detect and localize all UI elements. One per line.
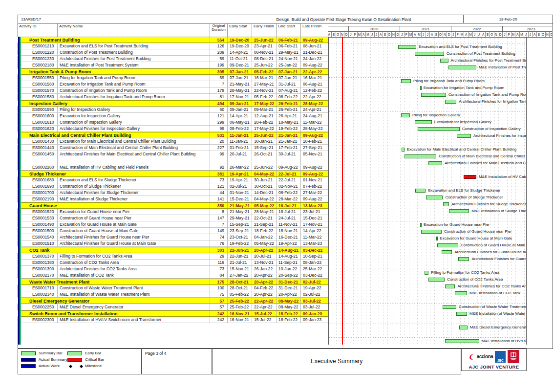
contract-number: 13/WSD/17 <box>18 15 224 23</box>
table-cell: 99 <box>210 151 228 164</box>
activity-row: ES0001560Excavation for Irrigation Tank … <box>18 81 328 87</box>
month-gridline <box>379 37 379 345</box>
table-cell: 28-Feb-22 <box>252 119 277 125</box>
table-cell: 17-May-22 <box>252 101 277 106</box>
table-cell: 59 <box>210 56 228 62</box>
table-cell: 09-Aug-22 <box>301 171 328 176</box>
activity-row: ES0001550Piling for Irrigation Tank and … <box>18 75 328 81</box>
activity-row: ES0001380Construction of CO2 Tanks Area1… <box>18 260 328 266</box>
activity-row: ES0001530Construction of Guard House nea… <box>18 215 328 221</box>
table-cell: 09-Aug-22 <box>301 132 328 138</box>
table-cell: 25-Jan-22 <box>277 62 301 68</box>
month-gridline <box>507 37 508 345</box>
summary-row: Post Treatment Building55419-Dec-2025-Ju… <box>18 37 328 43</box>
table-cell: 84 <box>210 272 228 278</box>
table-cell: 24-Nov-21 <box>277 56 301 62</box>
table-cell: M&E Installation of Waste Water Treatmen… <box>58 291 210 297</box>
table-cell: 24-Aug-21 <box>301 113 328 119</box>
table-cell: ES0001370 <box>18 253 58 259</box>
table-cell: 10-Jan-22 <box>277 266 301 272</box>
table-cell: 21-May-21 <box>228 209 252 215</box>
table-cell: ES0002340 <box>18 291 58 297</box>
gantt-bar <box>448 65 476 69</box>
gantt-bar-label: Construction of Main Electrical and Cent… <box>439 154 527 159</box>
table-cell: 08-Feb-22 <box>277 94 301 100</box>
table-cell: 141 <box>210 196 228 202</box>
table-cell: 09-Aug-22 <box>301 164 328 170</box>
table-cell: Irrigation Tank & Pump Room <box>18 69 210 74</box>
gantt-bar <box>456 312 467 316</box>
table-cell: 31-Dec-21 <box>277 279 301 284</box>
table-cell: 20-Apr-22 <box>252 291 277 297</box>
gantt-bar-label: Excavation for Main Electrical and Centr… <box>407 147 517 152</box>
table-cell: 15-Sep-21 <box>228 221 252 227</box>
gantt-bar <box>445 100 456 104</box>
gantt-bar-label: Excavation and ELS for Post Treatment Bu… <box>419 44 502 49</box>
table-cell: 04-May-22 <box>252 171 277 176</box>
table-cell: ES0001570 <box>18 87 58 93</box>
table-cell: Piling for Inspection Gallery <box>58 107 210 112</box>
table-cell: 11-Mar-22 <box>301 234 328 240</box>
page-number: Page 3 of 4 <box>142 348 212 356</box>
table-cell: 30-Jun-21 <box>252 177 277 183</box>
gantt-bar <box>459 326 468 329</box>
table-cell: 04-Jan-22 <box>252 234 277 240</box>
table-cell: 26-Apr-21 <box>277 113 301 119</box>
table-cell: 08-Feb-22 <box>228 126 252 131</box>
table-cell: Construction of CO2 Tanks Area <box>58 260 210 265</box>
section-separator-line <box>329 77 527 78</box>
table-cell: 19-Feb-22 <box>277 126 301 131</box>
table-cell: 02-Jul-22 <box>301 279 328 284</box>
gantt-bar <box>445 339 479 343</box>
table-cell: 08-May-22 <box>277 304 301 310</box>
table-cell: Architectural Finishes for Sludge Thicke… <box>58 190 210 196</box>
table-cell: ES0001450 <box>18 151 58 164</box>
month-gridline <box>524 37 525 345</box>
table-cell: ES0001440 <box>18 145 58 151</box>
table-cell: 21-Jan-21 <box>277 132 301 138</box>
table-cell: 08-May-22 <box>277 298 301 304</box>
table-cell: 20 <box>210 138 228 144</box>
table-cell: 21-Sep-21 <box>252 221 277 227</box>
table-cell: ES0001490 <box>18 221 58 227</box>
table-cell: 19-Apr-21 <box>228 171 252 176</box>
activity-row: ES0001430Excavation for Main Electrical … <box>18 138 328 145</box>
table-cell: 25-Jun-22 <box>252 37 277 43</box>
table-cell: Excavation and ELS for Post Treatment Bu… <box>58 43 210 49</box>
gantt-bar <box>398 45 416 49</box>
table-cell: Construction of Inspection Gallery <box>58 119 210 125</box>
table-cell: Architectural Finishes for Post Treatmen… <box>58 56 210 62</box>
table-cell: 11-Oct-21 <box>228 56 252 62</box>
section-separator-line <box>329 324 527 324</box>
table-cell: 22-Nov-21 <box>252 87 277 93</box>
legend-summary-bar: Summary Bar <box>39 351 63 356</box>
table-cell: 13-Mar-23 <box>301 203 328 208</box>
table-cell: Construction of Irrigation Tank and Pump… <box>58 87 210 93</box>
legend-actual-work: Actual Work <box>39 364 60 369</box>
table-cell: 09-Aug-22 <box>301 37 328 43</box>
table-cell: Waste Water Treatment Plant <box>18 279 210 284</box>
table-cell: Post Treatment Building <box>18 37 210 43</box>
early-bar-swatch <box>67 351 82 355</box>
table-cell: Switch Room and Transformer Installation <box>18 311 210 316</box>
table-cell: 22-Jun-21 <box>228 247 252 253</box>
table-cell: 303 <box>210 247 228 253</box>
activity-table: Post Treatment Building55419-Dec-2025-Ju… <box>18 37 328 345</box>
table-cell: Excavation for Inspection Gallery <box>58 113 210 119</box>
table-cell: 57 <box>210 304 228 310</box>
table-cell: 26-Feb-21 <box>277 107 301 112</box>
section-separator-line <box>329 337 527 338</box>
table-cell: 01-Nov-21 <box>301 177 328 183</box>
month-gridline <box>392 37 392 345</box>
table-cell: ES0001620 <box>18 126 58 131</box>
table-cell: 09-Aug-22 <box>301 62 328 68</box>
table-cell: 19-Apr-22 <box>301 285 328 291</box>
table-cell: 147 <box>210 215 228 221</box>
table-cell: 25-Feb-22 <box>228 304 252 310</box>
table-cell: 25-Jun-22 <box>252 132 277 138</box>
table-cell: Architectural Finishes for CO2 Tanks Are… <box>58 266 210 272</box>
table-cell: 28-May-21 <box>228 87 252 93</box>
table-cell: 81 <box>210 94 228 100</box>
cscec-logo-icon <box>508 350 519 363</box>
table-cell: 20-Apr-22 <box>277 291 301 297</box>
